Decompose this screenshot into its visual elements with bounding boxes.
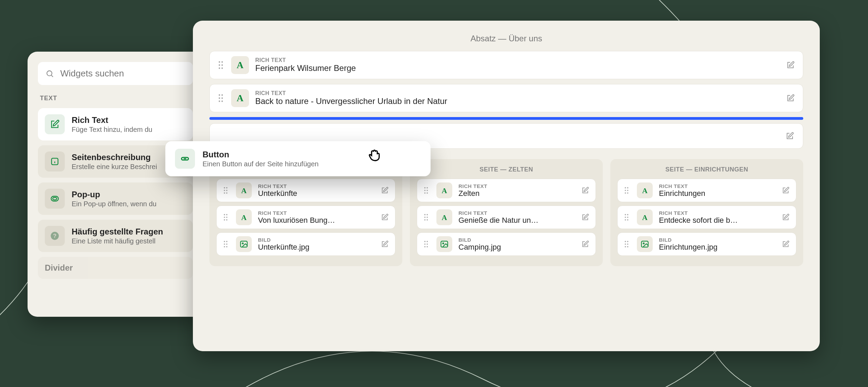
block-row[interactable]: A RICH TEXTGenieße die Natur un… [417, 206, 596, 229]
widget-item-popup[interactable]: Pop-up Ein Pop-up öffnen, wenn du [38, 182, 193, 215]
svg-point-84 [627, 243, 629, 245]
drag-handle-icon[interactable] [622, 185, 631, 196]
block-type: RICH TEXT [458, 183, 574, 189]
svg-point-81 [625, 241, 626, 242]
svg-point-57 [427, 219, 428, 221]
block-row[interactable]: BILDCamping.jpg [417, 232, 596, 256]
block-row[interactable]: BILDUnterkünfte.jpg [216, 232, 395, 256]
svg-point-79 [627, 219, 629, 221]
svg-point-86 [627, 246, 629, 248]
edit-button[interactable] [784, 130, 795, 142]
drag-handle-icon[interactable] [422, 212, 430, 222]
edit-button[interactable] [580, 185, 591, 196]
svg-text:A: A [442, 213, 447, 222]
svg-point-64 [427, 246, 428, 248]
svg-point-27 [224, 192, 225, 194]
svg-rect-6 [53, 198, 57, 200]
text-icon: A [231, 89, 249, 107]
block-row[interactable]: A RICH TEXTEntdecke sofort die b… [617, 206, 796, 229]
block-title: Ferienpark Wilsumer Berge [255, 63, 779, 73]
edit-button[interactable] [780, 239, 791, 250]
editor-panel: Absatz — Über uns A RICH TEXT Ferienpark… [193, 21, 820, 351]
block-title: Entdecke sofort die b… [659, 216, 774, 225]
svg-point-75 [627, 214, 629, 216]
svg-point-37 [224, 241, 225, 242]
svg-point-24 [226, 187, 228, 189]
edit-button[interactable] [379, 212, 390, 223]
svg-point-35 [226, 219, 228, 221]
search-box[interactable] [38, 62, 193, 85]
svg-rect-5 [51, 196, 59, 201]
edit-button[interactable] [785, 93, 796, 104]
block-type: BILD [659, 237, 774, 243]
text-icon: A [637, 182, 653, 198]
block-row[interactable]: BILDEinrichtungen.jpg [617, 232, 796, 256]
drag-handle-icon[interactable] [221, 185, 230, 196]
svg-point-67 [625, 187, 626, 189]
block-row[interactable]: A RICH TEXT Ferienpark Wilsumer Berge [209, 51, 803, 79]
svg-point-49 [424, 192, 426, 194]
drag-handle-icon[interactable] [422, 185, 430, 196]
svg-point-12 [221, 64, 223, 66]
popup-icon [45, 189, 65, 209]
widget-title: Häufig gestellte Fragen [72, 227, 163, 237]
edit-button[interactable] [379, 239, 390, 250]
text-icon: A [637, 209, 653, 225]
drag-handle-icon[interactable] [221, 239, 230, 249]
drag-handle-icon[interactable] [217, 60, 225, 70]
dragging-widget[interactable]: Button Einen Button auf der Seite hinzuf… [165, 141, 431, 176]
text-icon: A [231, 56, 249, 74]
drag-handle-icon[interactable] [622, 212, 631, 222]
widget-item-faq[interactable]: ? Häufig gestellte Fragen Eine Liste mit… [38, 220, 193, 252]
text-icon: A [236, 209, 252, 225]
edit-button[interactable] [379, 185, 390, 196]
svg-point-30 [224, 214, 225, 216]
block-title: Einrichtungen [659, 189, 774, 198]
widget-title: Divider [45, 263, 73, 273]
svg-point-28 [226, 192, 228, 194]
edit-button[interactable] [580, 239, 591, 250]
widget-item-richtext[interactable]: Rich Text Füge Text hinzu, indem du [38, 108, 193, 140]
block-row[interactable]: A RICH TEXTZelten [417, 179, 596, 202]
block-type: RICH TEXT [659, 210, 774, 216]
svg-point-54 [424, 217, 426, 218]
widget-item-divider[interactable]: Divider [38, 257, 193, 279]
widget-desc: Ein Pop-up öffnen, wenn du [72, 200, 156, 208]
drag-handle-icon[interactable] [422, 239, 430, 249]
edit-button[interactable] [580, 212, 591, 223]
edit-button[interactable] [785, 60, 796, 71]
svg-point-38 [226, 241, 228, 242]
svg-point-23 [224, 187, 225, 189]
svg-point-33 [226, 217, 228, 218]
svg-point-69 [625, 190, 626, 191]
widget-desc: Erstelle eine kurze Beschrei [72, 163, 157, 171]
drag-handle-icon[interactable] [217, 93, 225, 103]
block-title: Back to nature - Unvergesslicher Urlaub … [255, 96, 779, 106]
block-type: RICH TEXT [255, 57, 779, 63]
widgets-panel: TEXT Rich Text Füge Text hinzu, indem du… [28, 52, 203, 317]
block-title: Camping.jpg [458, 243, 574, 252]
svg-point-62 [427, 243, 428, 245]
section-header: Absatz — Über uns [209, 34, 803, 43]
drag-handle-icon[interactable] [221, 212, 230, 222]
svg-text:A: A [241, 187, 247, 195]
svg-point-19 [221, 97, 223, 99]
svg-point-21 [221, 101, 223, 102]
widget-desc: Füge Text hinzu, indem du [72, 126, 152, 134]
svg-point-77 [627, 217, 629, 218]
edit-button[interactable] [780, 212, 791, 223]
svg-point-44 [242, 243, 243, 244]
svg-point-88 [643, 243, 644, 244]
info-icon [45, 151, 65, 171]
block-row[interactable]: A RICH TEXTUnterkünfte [216, 179, 395, 202]
svg-point-18 [219, 97, 220, 99]
block-row[interactable]: A RICH TEXTEinrichtungen [617, 179, 796, 202]
svg-point-47 [424, 190, 426, 191]
edit-button[interactable] [780, 185, 791, 196]
block-row[interactable]: A RICH TEXTVon luxuriösen Bung… [216, 206, 395, 229]
block-row[interactable]: A RICH TEXT Back to nature - Unvergessli… [209, 84, 803, 112]
widget-desc: Eine Liste mit häufig gestell [72, 237, 163, 245]
svg-point-71 [625, 192, 626, 194]
drag-handle-icon[interactable] [622, 239, 631, 249]
search-input[interactable] [60, 68, 185, 79]
